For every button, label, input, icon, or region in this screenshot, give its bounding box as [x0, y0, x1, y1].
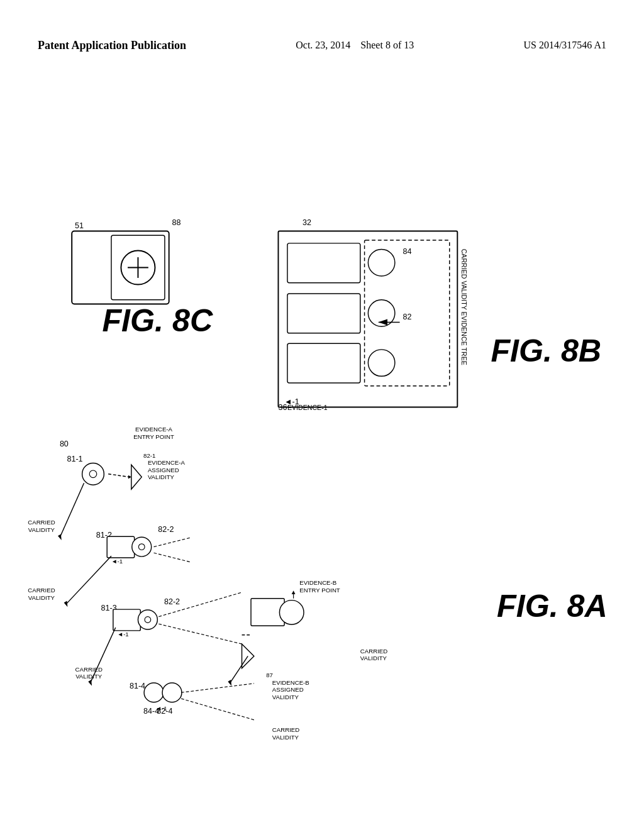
- ref-88: 88: [172, 218, 181, 227]
- evidence-a-assigned-label3: ASSIGNED: [148, 467, 179, 473]
- carried-validity-3-label: CARRIED: [360, 648, 387, 655]
- evidence-b-assigned-label4: VALIDITY: [272, 694, 299, 700]
- svg-marker-37: [292, 590, 296, 594]
- chevron-36: ◄-1: [284, 397, 299, 406]
- evidence-b-assigned-label3: ASSIGNED: [272, 686, 304, 693]
- evidence-a-entry-label: EVIDENCE-A: [135, 426, 172, 433]
- carried-validity-2-label: CARRIED: [28, 587, 55, 594]
- svg-line-19: [60, 483, 84, 538]
- header-date-sheet: Oct. 23, 2014 Sheet 8 of 13: [296, 38, 414, 53]
- svg-point-11: [368, 350, 394, 376]
- svg-marker-20: [58, 534, 62, 540]
- ref-82-2b: 82-2: [164, 597, 180, 606]
- svg-line-32: [158, 624, 242, 644]
- svg-rect-8: [287, 294, 360, 333]
- svg-rect-28: [113, 609, 140, 631]
- fig8a-label: FIG. 8A: [497, 589, 608, 624]
- evidence-a-assigned-label: 82-1: [143, 452, 155, 459]
- svg-line-44: [230, 656, 248, 683]
- ref-82-8b: 82: [402, 313, 411, 321]
- svg-line-38: [90, 628, 116, 683]
- carried-validity-1-label: CARRIED: [28, 519, 55, 526]
- svg-rect-10: [287, 343, 360, 383]
- carried-validity-4-label2: VALIDITY: [75, 673, 103, 680]
- svg-point-40: [144, 683, 164, 702]
- ref-81-4: 81-4: [130, 682, 145, 690]
- carried-validity-1-label2: VALIDITY: [28, 526, 55, 533]
- evidence-b-assigned-label: 87: [266, 672, 273, 678]
- carried-validity-5-label: CARRIED: [272, 726, 299, 733]
- svg-point-41: [162, 683, 182, 702]
- svg-rect-21: [107, 536, 134, 558]
- carried-validity-4-label: CARRIED: [75, 666, 103, 673]
- patent-number: US 2014/317546 A1: [523, 38, 606, 53]
- svg-point-7: [368, 250, 394, 276]
- svg-line-24: [154, 538, 191, 546]
- ref-51: 51: [75, 221, 84, 230]
- svg-line-43: [181, 699, 254, 720]
- svg-point-23: [138, 544, 145, 550]
- svg-marker-39: [88, 680, 92, 686]
- arrow-84-4: ◄-1: [155, 705, 167, 712]
- ref-80: 80: [60, 440, 69, 448]
- evidence-a-entry-label2: ENTRY POINT: [133, 433, 174, 440]
- carried-validity-3-label2: VALIDITY: [360, 655, 387, 661]
- fig8b-label: FIG. 8B: [491, 333, 601, 368]
- carried-validity-2-label2: VALIDITY: [28, 594, 55, 601]
- svg-line-25: [154, 553, 191, 562]
- svg-marker-35: [242, 644, 254, 668]
- svg-marker-16: [131, 465, 142, 489]
- ref-32: 32: [303, 218, 311, 227]
- svg-marker-27: [64, 601, 68, 607]
- ref-82-2a: 82-2: [158, 525, 174, 534]
- svg-point-34: [279, 600, 304, 625]
- ref-81-1: 81-1: [67, 455, 82, 463]
- diagram-area: 51 88 FIG. 8C 32 84 82: [0, 101, 644, 805]
- evidence-b-assigned-label2: EVIDENCE-B: [272, 679, 309, 686]
- evidence-b-entry-label: EVIDENCE-B: [299, 579, 336, 586]
- svg-point-30: [145, 617, 151, 623]
- carried-validity-5-label2: VALIDITY: [272, 734, 299, 741]
- arrow-82-2b: ◄-1: [118, 631, 129, 638]
- evidence-a-assigned-label2: EVIDENCE-A: [148, 459, 185, 466]
- carried-validity-tree-label: CARRIED VALIDITY EVIDENCE TREE: [460, 249, 468, 365]
- arrow-82-2a: ◄-1: [111, 558, 123, 565]
- publication-title: Patent Application Publication: [38, 38, 186, 53]
- svg-line-26: [66, 556, 111, 604]
- svg-rect-6: [287, 243, 360, 283]
- svg-marker-45: [228, 680, 231, 686]
- evidence-a-assigned-label4: VALIDITY: [148, 473, 175, 480]
- page-header: Patent Application Publication Oct. 23, …: [0, 38, 644, 53]
- ref-84: 84: [402, 247, 411, 256]
- fig8c-label: FIG. 8C: [102, 303, 213, 338]
- evidence-b-entry-label2: ENTRY POINT: [299, 587, 340, 594]
- svg-line-42: [181, 683, 254, 692]
- svg-line-17: [108, 474, 130, 477]
- svg-point-15: [89, 470, 97, 478]
